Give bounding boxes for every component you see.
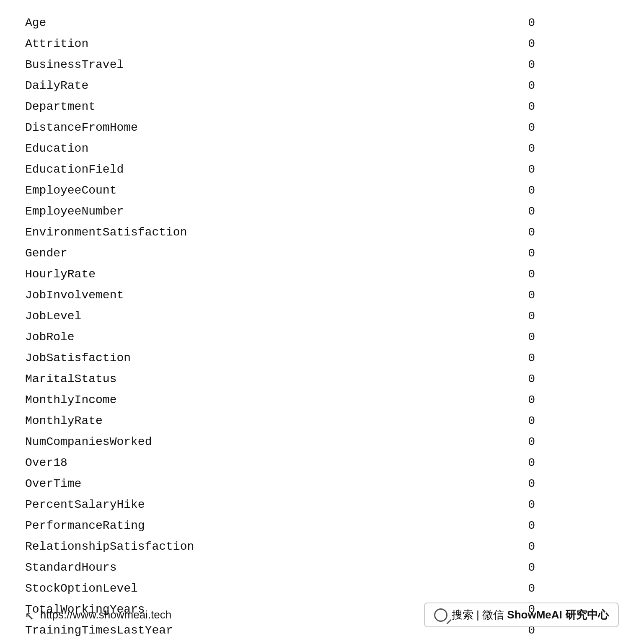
- cursor-icon: ↖: [25, 606, 34, 624]
- bottom-bar: ↖ https://www.showmeai.tech 搜索 | 微信 Show…: [0, 603, 644, 627]
- row-value: 0: [528, 475, 619, 493]
- table-row: StandardHours0: [25, 557, 619, 578]
- table-row: JobSatisfaction0: [25, 348, 619, 369]
- row-label: OverTime: [25, 475, 218, 493]
- table-row: HourlyRate0: [25, 264, 619, 285]
- row-value: 0: [528, 370, 619, 388]
- table-row: JobLevel0: [25, 306, 619, 327]
- row-label: JobInvolvement: [25, 287, 218, 304]
- table-row: EnvironmentSatisfaction0: [25, 222, 619, 243]
- row-value: 0: [528, 56, 619, 74]
- table-row: EmployeeNumber0: [25, 201, 619, 222]
- table-row: Department0: [25, 96, 619, 117]
- search-badge[interactable]: 搜索 | 微信 ShowMeAI 研究中心: [424, 603, 619, 627]
- row-label: RelationshipSatisfaction: [25, 538, 218, 556]
- row-value: 0: [528, 559, 619, 577]
- table-row: MaritalStatus0: [25, 369, 619, 390]
- row-label: StockOptionLevel: [25, 580, 218, 597]
- row-value: 0: [528, 245, 619, 262]
- row-label: EmployeeCount: [25, 182, 218, 199]
- table-row: DistanceFromHome0: [25, 117, 619, 138]
- row-label: EducationField: [25, 161, 218, 178]
- row-label: JobLevel: [25, 308, 218, 325]
- row-label: Department: [25, 98, 218, 116]
- row-value: 0: [528, 308, 619, 325]
- table-row: JobInvolvement0: [25, 285, 619, 306]
- row-value: 0: [528, 203, 619, 220]
- table-row: NumCompaniesWorked0: [25, 432, 619, 453]
- row-label: JobSatisfaction: [25, 349, 218, 367]
- row-label: StandardHours: [25, 559, 218, 577]
- row-value: 0: [528, 224, 619, 241]
- row-label: JobRole: [25, 328, 218, 346]
- row-value: 0: [528, 161, 619, 178]
- rows-list: Age0Attrition0BusinessTravel0DailyRate0D…: [25, 13, 619, 644]
- row-label: EmployeeNumber: [25, 203, 218, 220]
- table-row: WorkLifeBalance0: [25, 641, 619, 644]
- row-value: 0: [528, 77, 619, 95]
- row-label: PercentSalaryHike: [25, 496, 218, 514]
- row-label: EnvironmentSatisfaction: [25, 224, 218, 241]
- table-row: Gender0: [25, 243, 619, 264]
- row-label: MaritalStatus: [25, 370, 218, 388]
- row-label: Over18: [25, 454, 218, 472]
- row-label: Age: [25, 14, 218, 32]
- row-label: NumCompaniesWorked: [25, 433, 218, 451]
- url-text[interactable]: https://www.showmeai.tech: [40, 608, 172, 621]
- table-row: EmployeeCount0: [25, 180, 619, 201]
- table-row: MonthlyIncome0: [25, 390, 619, 411]
- row-value: 0: [528, 328, 619, 346]
- row-value: 0: [528, 35, 619, 53]
- row-value: 0: [528, 119, 619, 137]
- row-label: DailyRate: [25, 77, 218, 95]
- table-row: PerformanceRating0: [25, 515, 619, 536]
- table-row: BusinessTravel0: [25, 54, 619, 75]
- row-value: 0: [528, 349, 619, 367]
- row-label: MonthlyRate: [25, 412, 218, 430]
- table-row: RelationshipSatisfaction0: [25, 536, 619, 557]
- table-row: DailyRate0: [25, 75, 619, 96]
- table-row: Education0: [25, 138, 619, 159]
- table-row: Attrition0: [25, 34, 619, 54]
- row-value: 0: [528, 391, 619, 409]
- row-value: 0: [528, 496, 619, 514]
- row-value: 0: [528, 433, 619, 451]
- row-value: 0: [528, 98, 619, 116]
- table-row: Over180: [25, 453, 619, 473]
- url-section: ↖ https://www.showmeai.tech: [25, 606, 171, 624]
- search-icon: [434, 608, 447, 622]
- row-value: 0: [528, 14, 619, 32]
- table-row: StockOptionLevel0: [25, 578, 619, 599]
- row-value: 0: [528, 287, 619, 304]
- row-label: HourlyRate: [25, 266, 218, 283]
- row-label: MonthlyIncome: [25, 391, 218, 409]
- table-row: PercentSalaryHike0: [25, 494, 619, 515]
- row-label: Attrition: [25, 35, 218, 53]
- table-row: OverTime0: [25, 473, 619, 494]
- row-value: 0: [528, 517, 619, 535]
- data-output: Age0Attrition0BusinessTravel0DailyRate0D…: [0, 0, 644, 644]
- row-label: DistanceFromHome: [25, 119, 218, 137]
- row-value: 0: [528, 454, 619, 472]
- table-row: MonthlyRate0: [25, 411, 619, 432]
- row-value: 0: [528, 412, 619, 430]
- row-label: BusinessTravel: [25, 56, 218, 74]
- row-label: PerformanceRating: [25, 517, 218, 535]
- search-label: 搜索 | 微信 ShowMeAI 研究中心: [452, 608, 609, 622]
- table-row: Age0: [25, 13, 619, 34]
- table-row: EducationField0: [25, 159, 619, 180]
- row-value: 0: [528, 580, 619, 597]
- row-value: 0: [528, 182, 619, 199]
- row-value: 0: [528, 266, 619, 283]
- table-row: JobRole0: [25, 327, 619, 348]
- row-value: 0: [528, 140, 619, 158]
- row-label: Gender: [25, 245, 218, 262]
- row-value: 0: [528, 538, 619, 556]
- row-label: Education: [25, 140, 218, 158]
